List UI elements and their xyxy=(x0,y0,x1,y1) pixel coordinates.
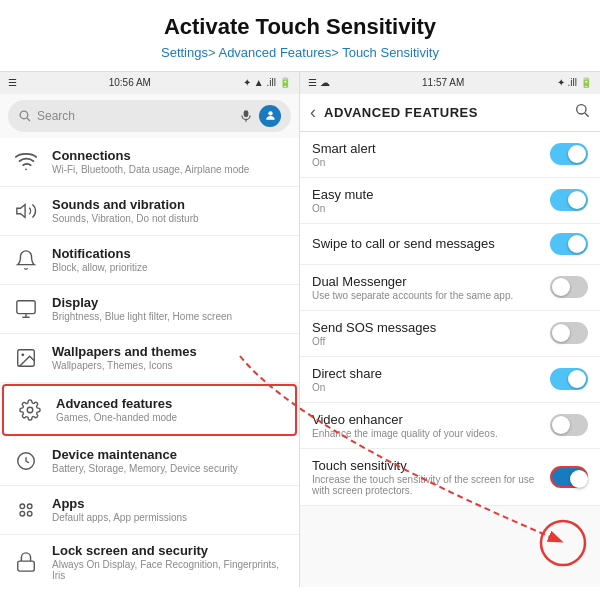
connections-text: Connections Wi-Fi, Bluetooth, Data usage… xyxy=(52,148,249,175)
svg-rect-2 xyxy=(244,110,249,117)
settings-item-wallpapers[interactable]: Wallpapers and themes Wallpapers, Themes… xyxy=(0,334,299,383)
left-status-bar: ☰ 10:56 AM ✦▲.ill🔋 xyxy=(0,72,299,94)
wallpapers-title: Wallpapers and themes xyxy=(52,344,197,359)
lock-subtitle: Always On Display, Face Recognition, Fin… xyxy=(52,559,289,581)
touch-sensitivity-toggle[interactable] xyxy=(550,466,588,488)
display-subtitle: Brightness, Blue light filter, Home scre… xyxy=(52,311,232,322)
touch-sensitivity-sub: Increase the touch sensitivity of the sc… xyxy=(312,474,542,496)
left-search-bar[interactable]: Search xyxy=(8,100,291,132)
send-sos-text: Send SOS messages Off xyxy=(312,320,542,347)
settings-item-advanced[interactable]: Advanced features Games, One-handed mode xyxy=(2,384,297,436)
advanced-title: Advanced features xyxy=(56,396,177,411)
svg-point-4 xyxy=(268,111,272,115)
svg-point-0 xyxy=(20,111,28,119)
svg-point-10 xyxy=(21,353,24,356)
video-enhancer-text: Video enhancer Enhance the image quality… xyxy=(312,412,542,439)
notifications-title: Notifications xyxy=(52,246,148,261)
gear-icon xyxy=(19,399,41,421)
feature-item-dual-messenger[interactable]: Dual Messenger Use two separate accounts… xyxy=(300,265,600,311)
sounds-text: Sounds and vibration Sounds, Vibration, … xyxy=(52,197,199,224)
swipe-call-text: Swipe to call or send messages xyxy=(312,236,542,251)
svg-marker-5 xyxy=(17,204,25,217)
easy-mute-sub: On xyxy=(312,203,542,214)
svg-point-16 xyxy=(27,511,32,516)
sounds-subtitle: Sounds, Vibration, Do not disturb xyxy=(52,213,199,224)
device-icon-box xyxy=(10,445,42,477)
lock-title: Lock screen and security xyxy=(52,543,289,558)
dual-messenger-sub: Use two separate accounts for the same a… xyxy=(312,290,542,301)
lock-icon-box xyxy=(10,546,42,578)
settings-item-connections[interactable]: Connections Wi-Fi, Bluetooth, Data usage… xyxy=(0,138,299,187)
right-search-button[interactable] xyxy=(574,102,590,122)
settings-item-notifications[interactable]: Notifications Block, allow, prioritize xyxy=(0,236,299,285)
device-text: Device maintenance Battery, Storage, Mem… xyxy=(52,447,238,474)
breadcrumb: Settings> Advanced Features> Touch Sensi… xyxy=(20,44,580,62)
apps-text: Apps Default apps, App permissions xyxy=(52,496,187,523)
svg-rect-6 xyxy=(17,300,35,313)
touch-sensitivity-text: Touch sensitivity Increase the touch sen… xyxy=(312,458,542,496)
notification-icon xyxy=(15,249,37,271)
connections-subtitle: Wi-Fi, Bluetooth, Data usage, Airplane m… xyxy=(52,164,249,175)
smart-alert-text: Smart alert On xyxy=(312,141,542,168)
advanced-features-title: ADVANCED FEATURES xyxy=(324,105,566,120)
feature-item-swipe-call[interactable]: Swipe to call or send messages xyxy=(300,224,600,265)
feature-item-video-enhancer[interactable]: Video enhancer Enhance the image quality… xyxy=(300,403,600,449)
search-right-icons xyxy=(239,105,281,127)
wifi-icon xyxy=(15,151,37,173)
easy-mute-text: Easy mute On xyxy=(312,187,542,214)
video-enhancer-title: Video enhancer xyxy=(312,412,542,427)
settings-item-display[interactable]: Display Brightness, Blue light filter, H… xyxy=(0,285,299,334)
settings-item-apps[interactable]: Apps Default apps, App permissions xyxy=(0,486,299,535)
easy-mute-toggle[interactable] xyxy=(550,189,588,211)
sound-icon xyxy=(15,200,37,222)
sounds-icon-box xyxy=(10,195,42,227)
display-text: Display Brightness, Blue light filter, H… xyxy=(52,295,232,322)
dual-messenger-toggle[interactable] xyxy=(550,276,588,298)
feature-item-touch-sensitivity[interactable]: Touch sensitivity Increase the touch sen… xyxy=(300,449,600,506)
smart-alert-toggle[interactable] xyxy=(550,143,588,165)
header: Activate Touch Sensitivity Settings> Adv… xyxy=(0,0,600,71)
wallpapers-subtitle: Wallpapers, Themes, Icons xyxy=(52,360,197,371)
right-status-icon: ☰ ☁ xyxy=(308,77,330,88)
lock-text: Lock screen and security Always On Displ… xyxy=(52,543,289,581)
feature-item-easy-mute[interactable]: Easy mute On xyxy=(300,178,600,224)
send-sos-toggle[interactable] xyxy=(550,322,588,344)
video-enhancer-toggle[interactable] xyxy=(550,414,588,436)
page-title: Activate Touch Sensitivity xyxy=(20,14,580,40)
svg-line-19 xyxy=(585,113,589,117)
settings-item-sounds[interactable]: Sounds and vibration Sounds, Vibration, … xyxy=(0,187,299,236)
left-status-icon: ☰ xyxy=(8,77,17,88)
right-nav-bar: ‹ ADVANCED FEATURES xyxy=(300,94,600,132)
feature-item-smart-alert[interactable]: Smart alert On xyxy=(300,132,600,178)
device-subtitle: Battery, Storage, Memory, Device securit… xyxy=(52,463,238,474)
svg-point-18 xyxy=(577,105,586,114)
feature-item-direct-share[interactable]: Direct share On xyxy=(300,357,600,403)
display-title: Display xyxy=(52,295,232,310)
apps-icon-box xyxy=(10,494,42,526)
notifications-text: Notifications Block, allow, prioritize xyxy=(52,246,148,273)
right-status-icons: ✦.ill🔋 xyxy=(557,77,592,88)
right-status-time: 11:57 AM xyxy=(422,77,464,88)
back-button[interactable]: ‹ xyxy=(310,102,316,123)
feature-item-send-sos[interactable]: Send SOS messages Off xyxy=(300,311,600,357)
display-icon xyxy=(15,298,37,320)
settings-item-device[interactable]: Device maintenance Battery, Storage, Mem… xyxy=(0,437,299,486)
swipe-call-toggle[interactable] xyxy=(550,233,588,255)
device-icon xyxy=(15,450,37,472)
connections-icon-box xyxy=(10,146,42,178)
svg-point-15 xyxy=(20,511,25,516)
svg-rect-17 xyxy=(18,561,35,571)
direct-share-toggle[interactable] xyxy=(550,368,588,390)
search-icon xyxy=(18,109,31,122)
left-status-icons: ✦▲.ill🔋 xyxy=(243,77,291,88)
settings-item-lock[interactable]: Lock screen and security Always On Displ… xyxy=(0,535,299,587)
left-panel: ☰ 10:56 AM ✦▲.ill🔋 Search xyxy=(0,72,300,587)
send-sos-sub: Off xyxy=(312,336,542,347)
svg-point-13 xyxy=(20,504,25,509)
advanced-subtitle: Games, One-handed mode xyxy=(56,412,177,423)
video-enhancer-sub: Enhance the image quality of your videos… xyxy=(312,428,542,439)
notifications-icon-box xyxy=(10,244,42,276)
direct-share-sub: On xyxy=(312,382,542,393)
wallpapers-icon-box xyxy=(10,342,42,374)
direct-share-title: Direct share xyxy=(312,366,542,381)
